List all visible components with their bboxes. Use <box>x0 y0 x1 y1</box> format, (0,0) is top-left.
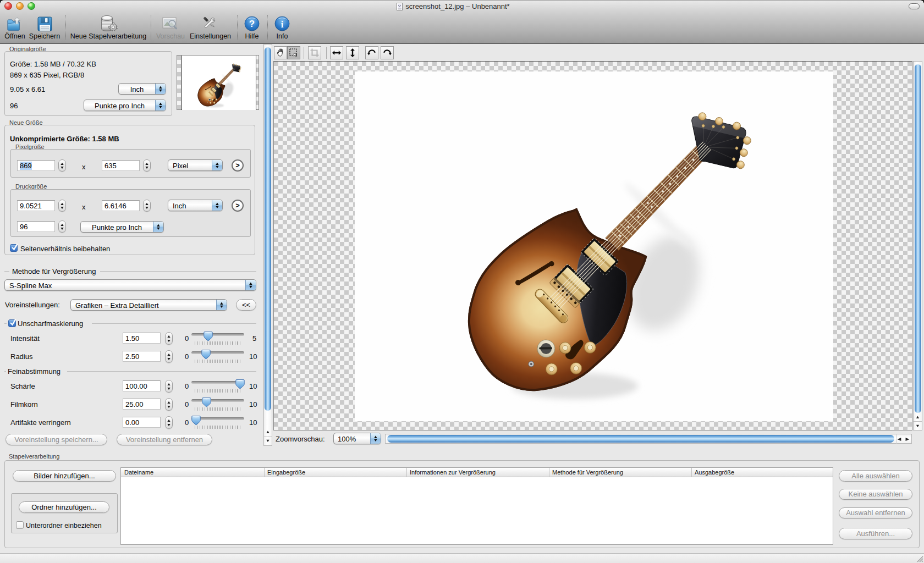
svg-text:?: ? <box>249 19 255 29</box>
svg-text:i: i <box>281 19 284 30</box>
